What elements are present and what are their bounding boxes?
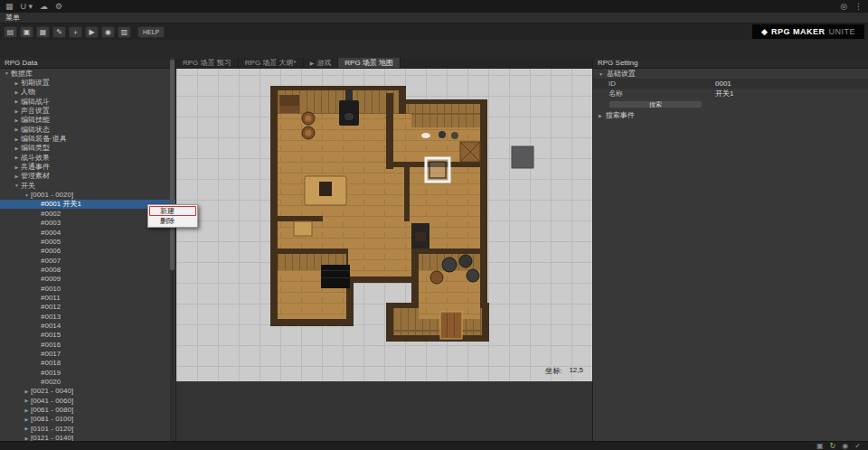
tree-row[interactable]: #0007 bbox=[0, 256, 175, 265]
tree-row[interactable]: #0008 bbox=[0, 265, 175, 274]
tree-row[interactable]: #0010 bbox=[0, 284, 175, 293]
field-value[interactable]: 开关1 bbox=[715, 89, 733, 98]
notifications-icon[interactable]: ◉ bbox=[842, 442, 848, 450]
stairs bbox=[321, 265, 350, 288]
rpg-data-panel: RPG Data ▼数据库▶初期设置▶人物▶编辑战斗▶声音设置▶编辑技能▶编辑状… bbox=[0, 58, 176, 441]
chevron-right-icon: ▶ bbox=[13, 136, 21, 142]
tree-row[interactable]: #0018 bbox=[0, 359, 175, 368]
tree-row[interactable]: ▶编辑战斗 bbox=[0, 97, 175, 106]
basic-settings-section[interactable]: ▼ 基础设置 bbox=[593, 69, 868, 79]
tree-row[interactable]: #0019 bbox=[0, 368, 175, 377]
tab-scene-outline[interactable]: RPG 场景 大纲* bbox=[239, 58, 304, 68]
chevron-down-icon: ▼ bbox=[23, 192, 31, 198]
tree-item-label: [0081 - 0100] bbox=[31, 415, 73, 423]
tab-scene-map[interactable]: RPG 场景 地图 bbox=[338, 58, 401, 68]
basic-settings-label: 基础设置 bbox=[607, 69, 636, 79]
tree-row[interactable]: #0020 bbox=[0, 377, 175, 386]
tree-row[interactable]: ▼开关 bbox=[0, 181, 175, 190]
tree-scrollbar[interactable] bbox=[170, 58, 175, 441]
tree-row[interactable]: ▶[0101 - 0120] bbox=[0, 424, 175, 433]
tab-game[interactable]: ▶游戏 bbox=[304, 58, 339, 68]
tree-row[interactable]: ▼数据库 bbox=[0, 69, 175, 78]
tree-item-label: [0101 - 0120] bbox=[31, 425, 73, 433]
map-canvas[interactable] bbox=[176, 69, 592, 381]
tree-item-label: 声音设置 bbox=[21, 106, 50, 116]
tree-row[interactable]: ▶编辑类型 bbox=[0, 144, 175, 153]
save-button[interactable]: ▦ bbox=[36, 26, 50, 38]
tree-row[interactable]: #0011 bbox=[0, 293, 175, 302]
tree-row[interactable]: #0012 bbox=[0, 303, 175, 312]
game-icon: ▶ bbox=[310, 58, 315, 69]
search-event-section[interactable]: ▶ 搜索事件 bbox=[593, 110, 868, 120]
tree-row[interactable]: ▶管理素材 bbox=[0, 172, 175, 181]
map-editor-viewport[interactable]: 坐标: 12,5 bbox=[176, 69, 592, 381]
tree-item-label: #0020 bbox=[41, 378, 61, 386]
settings-gear-icon[interactable]: ⚙ bbox=[55, 0, 62, 13]
grid-view-button[interactable]: ▥ bbox=[118, 26, 131, 38]
chevron-right-icon: ▶ bbox=[13, 127, 21, 132]
more-options-icon[interactable]: ⋮ bbox=[854, 0, 863, 13]
tab-label: RPG 场景 预习 bbox=[183, 58, 231, 69]
open-folder-button[interactable]: ▣ bbox=[20, 26, 33, 38]
entrance-door bbox=[440, 312, 462, 339]
context-menu-item[interactable]: 新建 bbox=[149, 206, 196, 216]
tree-row[interactable]: ▶[0061 - 0080] bbox=[0, 405, 175, 414]
unity-version-dropdown[interactable]: U ▾ bbox=[21, 0, 33, 13]
tree-row[interactable]: ▶编辑技能 bbox=[0, 116, 175, 125]
apps-grid-icon[interactable]: ▦ bbox=[5, 0, 14, 13]
tree-row[interactable]: ▼[0001 - 0020] bbox=[0, 190, 175, 199]
tree-row[interactable]: ▶[0081 - 0100] bbox=[0, 415, 175, 424]
tree-row[interactable]: ▶初期设置 bbox=[0, 78, 175, 87]
tree-row[interactable]: #0015 bbox=[0, 331, 175, 340]
tree-row[interactable]: #0017 bbox=[0, 349, 175, 358]
tree-row[interactable]: #0005 bbox=[0, 237, 175, 246]
search-button[interactable]: 搜索 bbox=[609, 100, 703, 108]
scene-tabs: RPG 场景 预习RPG 场景 大纲*▶游戏RPG 场景 地图 bbox=[176, 58, 592, 69]
tree-row[interactable]: ▶人物 bbox=[0, 88, 175, 97]
chevron-down-icon: ▼ bbox=[599, 71, 603, 77]
field-value[interactable]: 0001 bbox=[715, 80, 731, 88]
tree-item-label: #0014 bbox=[41, 322, 61, 330]
status-ok-icon[interactable]: ✓ bbox=[854, 442, 861, 450]
chevron-right-icon: ▶ bbox=[23, 426, 31, 431]
chevron-right-icon: ▶ bbox=[13, 89, 21, 95]
titlebar-right-icons: ◎⋮ bbox=[840, 0, 863, 13]
tree-row[interactable]: #0016 bbox=[0, 340, 175, 349]
add-button[interactable]: ＋ bbox=[69, 26, 82, 38]
tree-row[interactable]: #0013 bbox=[0, 312, 175, 321]
tree-row[interactable]: #0009 bbox=[0, 275, 175, 284]
capture-button[interactable]: ◉ bbox=[101, 26, 115, 38]
chevron-right-icon: ▶ bbox=[23, 408, 31, 413]
tree-item-label: #0002 bbox=[41, 210, 61, 218]
field-row: ID0001 bbox=[593, 79, 868, 89]
pencil-tool-button[interactable]: ✎ bbox=[52, 26, 66, 38]
tree-row[interactable]: ▶编辑状态 bbox=[0, 125, 175, 134]
tree-row[interactable]: ▶编辑装备·道具 bbox=[0, 134, 175, 143]
refresh-icon[interactable]: ↻ bbox=[830, 442, 836, 450]
menu-button[interactable]: 菜单 bbox=[5, 13, 20, 23]
tree-row[interactable]: ▶[0041 - 0060] bbox=[0, 396, 175, 405]
tree-item-label: #0005 bbox=[41, 238, 61, 246]
console-icon[interactable]: ▣ bbox=[816, 442, 824, 450]
titlebar-left-icons: ▦U ▾☁⚙ bbox=[5, 0, 62, 13]
field-label: 名称 bbox=[609, 89, 715, 98]
tree-row[interactable]: ▶战斗效果 bbox=[0, 153, 175, 162]
placed-tile[interactable] bbox=[512, 146, 533, 168]
new-file-button[interactable]: ▤ bbox=[4, 26, 17, 38]
tab-scene-preview[interactable]: RPG 场景 预习 bbox=[176, 58, 239, 68]
help-button[interactable]: HELP bbox=[137, 26, 165, 38]
tree-row[interactable]: ▶[0021 - 0040] bbox=[0, 387, 175, 396]
selected-tile-cursor[interactable] bbox=[426, 158, 449, 182]
cloud-icon[interactable]: ☁ bbox=[40, 0, 48, 13]
tree-row[interactable]: ▶共通事件 bbox=[0, 162, 175, 171]
context-menu-item[interactable]: 删除 bbox=[149, 216, 196, 226]
cursor-coordinates: 坐标: 12,5 bbox=[545, 366, 583, 376]
tree-scrollbar-thumb[interactable] bbox=[170, 60, 175, 270]
tree-row[interactable]: ▶[0121 - 0140] bbox=[0, 433, 175, 441]
play-button[interactable]: ▶ bbox=[85, 26, 99, 38]
tree-row[interactable]: #0014 bbox=[0, 321, 175, 330]
search-icon[interactable]: ◎ bbox=[840, 0, 847, 13]
tree-row[interactable]: ▶声音设置 bbox=[0, 106, 175, 115]
tree-row[interactable]: #0006 bbox=[0, 247, 175, 256]
tree-row[interactable]: #0004 bbox=[0, 228, 175, 237]
